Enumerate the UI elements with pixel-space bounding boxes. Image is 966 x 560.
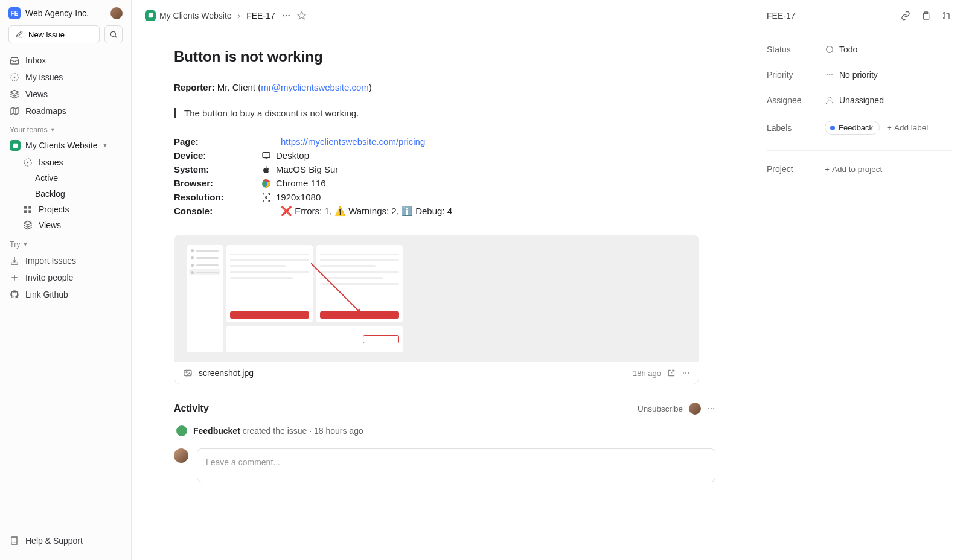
workspace-name: Web Agency Inc. [25,8,89,18]
attachment-open[interactable] [667,369,676,377]
svg-point-12 [283,14,284,16]
labels-label: Labels [767,123,825,133]
search-button[interactable] [104,25,123,43]
attachment-more[interactable] [682,369,690,377]
attachment-card: screenshot.jpg 18h ago [174,235,699,384]
device-value: Desktop [276,150,309,161]
plus-icon: + [887,123,892,132]
svg-rect-38 [831,74,833,75]
add-label-button[interactable]: + Add label [887,123,928,132]
team-my-clients-website[interactable]: My Clients Website ▼ [0,138,131,153]
label-feedback[interactable]: Feedback [825,121,880,135]
workspace-switcher[interactable]: FE Web Agency Inc. [8,7,89,19]
svg-point-26 [688,372,689,374]
svg-point-34 [948,17,950,19]
external-link-icon [667,369,676,377]
issue-body: Button is not working Reporter: Mr. Clie… [132,31,752,560]
try-section[interactable]: Try ▼ [0,234,131,252]
svg-point-33 [944,17,945,19]
search-icon [109,30,118,39]
layers-icon [10,89,19,99]
row-browser-label: Browser: [174,178,261,188]
activity-title: Activity [174,403,209,414]
svg-rect-37 [829,74,831,75]
activity-more[interactable] [707,404,715,413]
git-button[interactable] [942,11,952,21]
plus-icon: + [825,165,830,174]
clipboard-icon [921,11,931,21]
unsubscribe-button[interactable]: Unsubscribe [638,404,683,413]
team-nav-backlog[interactable]: Backlog [5,186,126,202]
svg-point-14 [288,14,289,16]
add-to-project-button[interactable]: + Add to project [825,165,882,174]
user-avatar[interactable] [110,7,123,19]
your-teams-section[interactable]: Your teams ▼ [0,119,131,138]
actor-avatar [176,425,187,436]
favorite-button[interactable] [297,11,307,21]
target-icon [10,72,19,82]
help-support[interactable]: Help & Support [5,532,126,549]
reporter-email[interactable]: mr@myclientswebsite.com [261,82,369,92]
project-label: Project [767,164,825,174]
subscriber-avatar[interactable] [689,402,701,415]
attachment-name: screenshot.jpg [199,368,627,378]
new-issue-button[interactable]: New issue [8,25,100,43]
copy-link-button[interactable] [901,11,910,21]
details-issue-id: FEE-17 [767,11,795,21]
comment-input[interactable]: Leave a comment... [197,448,715,482]
row-console-label: Console: [174,206,261,217]
book-icon [10,536,19,546]
issue-quote: The button to buy a discount is not work… [174,108,715,118]
svg-point-2 [14,77,16,78]
svg-point-24 [683,372,684,374]
row-resolution-label: Resolution: [174,192,261,202]
row-device-label: Device: [174,150,261,161]
svg-rect-15 [263,152,270,157]
nav-my-issues[interactable]: My issues [5,69,126,86]
status-value[interactable]: Todo [825,45,857,54]
row-page-label: Page: [174,136,261,147]
try-import-issues[interactable]: Import Issues [5,252,126,269]
team-nav-active[interactable]: Active [5,170,126,186]
layers-icon [23,220,33,230]
svg-rect-3 [13,143,17,147]
user-dashed-icon [825,95,834,105]
dash-icon [825,70,834,80]
dots-icon [682,369,690,377]
team-nav-views[interactable]: Views [5,217,126,233]
github-icon [10,290,19,299]
try-invite-people[interactable]: Invite people [5,269,126,286]
image-icon [183,368,193,378]
breadcrumb-team[interactable]: My Clients Website [145,10,232,21]
link-icon [901,11,910,21]
issue-title[interactable]: Button is not working [174,48,715,65]
attachment-preview[interactable] [174,235,699,362]
assignee-label: Assignee [767,95,825,105]
try-link-github[interactable]: Link Github [5,286,126,303]
nav-views[interactable]: Views [5,86,126,103]
download-icon [10,256,19,266]
page-url[interactable]: https://myclientswebsite.com/pricing [281,136,425,147]
clipboard-button[interactable] [921,11,931,21]
workspace-badge: FE [8,7,21,19]
svg-point-28 [711,408,712,409]
system-value: MacOS Big Sur [276,164,338,174]
sidebar: FE Web Agency Inc. New issue Inbox My is… [0,0,132,560]
team-nav-projects[interactable]: Projects [5,202,126,217]
nav-inbox[interactable]: Inbox [5,52,126,69]
breadcrumb-sep: › [238,11,241,21]
svg-point-27 [708,408,709,409]
more-menu[interactable] [281,11,291,21]
apple-icon [261,165,271,174]
priority-value[interactable]: No priority [825,70,878,80]
monitor-icon [261,151,271,161]
svg-point-32 [944,12,945,14]
resolution-icon [261,192,271,202]
new-issue-label: New issue [28,30,65,39]
assignee-value[interactable]: Unassigned [825,95,884,105]
svg-point-5 [27,162,29,164]
console-value: ❌ Errors: 1, ⚠️ Warnings: 2, ℹ️ Debug: 4 [281,206,452,217]
team-nav-issues[interactable]: Issues [5,154,126,170]
svg-point-29 [713,408,714,409]
nav-roadmaps[interactable]: Roadmaps [5,103,126,119]
